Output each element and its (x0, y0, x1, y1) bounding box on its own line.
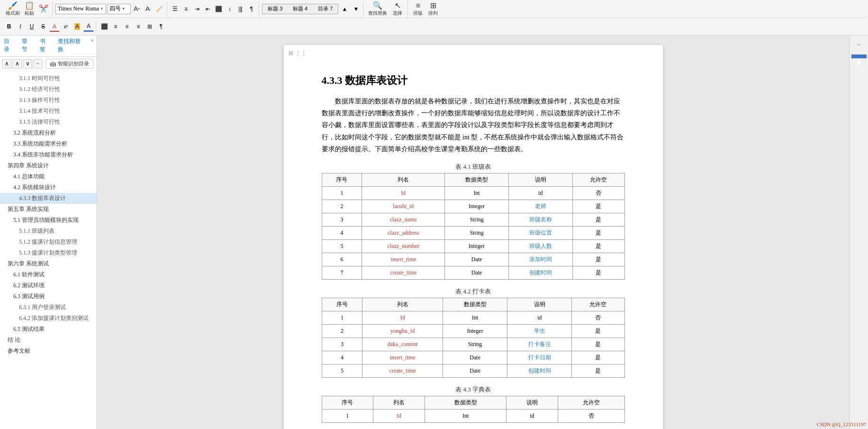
sidebar-tab-chapter[interactable]: 章节 (18, 36, 36, 56)
table-cell: insert_time (362, 351, 443, 364)
heading-selector: 标题 3 标题 4 目录 7 (262, 4, 339, 14)
toc-item[interactable]: 5.1.2 援课计划信息管理 (0, 237, 97, 247)
align-center-btn[interactable]: ≡ (110, 21, 121, 32)
find-replace-btn[interactable]: 🔍 查找替换 (366, 0, 389, 18)
table-cell: 创建时间 (507, 364, 572, 377)
toc-item[interactable]: 结 论 (0, 335, 97, 346)
sidebar-expand-btn[interactable]: ∧ (2, 59, 11, 69)
sidebar-prev-btn[interactable]: ∧ (12, 59, 22, 69)
layout-btn[interactable]: ≡ 排版 (411, 0, 425, 18)
select-btn[interactable]: ↖ 选择 (391, 0, 404, 18)
font-color-btn[interactable]: A (49, 21, 60, 32)
sidebar-next-btn[interactable]: ∨ (23, 59, 32, 69)
toc-item[interactable]: 6.5 测试结果 (0, 324, 97, 335)
table-insert-btn[interactable]: ⊞ (145, 21, 155, 32)
heading-scroll-up-btn[interactable]: ▲ (339, 4, 350, 14)
toc-item[interactable]: 第五章 系统实现 (0, 204, 97, 215)
list-bullet-btn[interactable]: ☰ (170, 4, 181, 14)
toc-item[interactable]: 3.2 系统流程分析 (0, 128, 97, 138)
sidebar-tab-toc[interactable]: 目录 (0, 36, 18, 56)
toc-item[interactable]: 4.3.3 数据库表设计 (0, 193, 97, 204)
toc-item[interactable]: 3.3 系统功能需求分析 (0, 138, 97, 149)
para-format-btn[interactable]: ¶ (246, 4, 257, 14)
right-panel: − 论文查重 (849, 36, 868, 429)
table-cell: 是 (572, 239, 624, 253)
list-number-btn[interactable]: ≡ (181, 4, 191, 14)
table-cell: clazz_name (362, 213, 445, 226)
toc-item[interactable]: 3.1.3 操作可行性 (0, 95, 97, 106)
sidebar-tab-bookmark[interactable]: 书签 (36, 36, 54, 56)
indent-decrease-btn[interactable]: ⇤ (203, 4, 213, 14)
right-panel-minimize-btn[interactable]: − (851, 37, 867, 53)
line-spacing-btn[interactable]: ↕ (225, 4, 235, 14)
table-row: 1IdIntid否 (322, 409, 624, 422)
table-header: 说明 (508, 173, 572, 186)
toc-item[interactable]: 3.1.2 经济可行性 (0, 84, 97, 95)
heading-scroll-down-btn[interactable]: ▼ (351, 4, 361, 14)
text-fill-btn[interactable]: A (83, 21, 94, 32)
toc-item[interactable]: 6.3.1 用户登录测试 (0, 302, 97, 313)
cut-btn[interactable]: ✂️ (37, 3, 50, 14)
paragraph-btn2[interactable]: ¶ (156, 21, 166, 32)
heading3-btn[interactable]: 标题 3 (262, 4, 288, 14)
toc7-btn[interactable]: 目录 7 (313, 4, 338, 14)
font-size-increase-btn[interactable]: A+ (132, 4, 142, 14)
highlight-color-btn[interactable]: A (72, 21, 82, 32)
justify-btn[interactable]: ≡ (133, 21, 144, 32)
table-header: 序号 (322, 173, 362, 186)
sidebar-collapse-btn[interactable]: − (33, 59, 43, 69)
italic-btn[interactable]: I (15, 21, 26, 32)
table-cell: Date (445, 266, 509, 279)
column-btn[interactable]: |‖ (235, 4, 246, 14)
align-right-btn[interactable]: ≡ (122, 21, 132, 32)
toc-item[interactable]: 6.4.2 添加援课计划类别测试 (0, 313, 97, 324)
toc-item[interactable]: 3.1.1 时间可行性 (0, 73, 97, 84)
underline-btn[interactable]: U (27, 21, 37, 32)
paste-btn[interactable]: 📋 粘贴 (23, 0, 36, 18)
table-cell: yonghu_id (362, 324, 443, 338)
toc-item[interactable]: 第四章 系统设计 (0, 160, 97, 171)
table-cell: clazz_number (362, 239, 445, 253)
toc-item[interactable]: 5.1.3 援课计划类型管理 (0, 247, 97, 258)
strikethrough-btn[interactable]: S (38, 21, 48, 32)
table-cell: 2 (322, 324, 362, 338)
table-header: 说明 (507, 298, 572, 311)
toc-item[interactable]: 第六章 系统测试 (0, 258, 97, 269)
clear-format-btn[interactable]: 🧹 (154, 4, 165, 14)
toc-item[interactable]: 5.1.1 班级列表 (0, 226, 97, 237)
format-brush-btn[interactable]: 🖌️ 格式刷 (4, 0, 22, 18)
indent-increase-btn[interactable]: ⇥ (192, 4, 202, 14)
toc-item[interactable]: 6.3 测试用例 (0, 291, 97, 302)
ai-toc-btn[interactable]: 🤖 智能识别目录 (45, 59, 93, 69)
font-size-select[interactable]: 四号 ▼ (107, 4, 131, 14)
toc-item[interactable]: 参考文献 (0, 346, 97, 356)
toc-item[interactable]: 5.1 管理员功能模块的实现 (0, 215, 97, 226)
table-cell: id (507, 311, 572, 324)
bold-btn[interactable]: B (4, 21, 14, 32)
sidebar-close-btn[interactable]: × (88, 36, 97, 56)
table-cell: 老师 (508, 200, 572, 213)
align-left-btn2[interactable]: ⬛ (99, 21, 109, 32)
heading4-btn[interactable]: 标题 4 (288, 4, 313, 14)
toc-item[interactable]: 6.2 测试环境 (0, 280, 97, 291)
toc-item[interactable]: 3.1.4 技术可行性 (0, 106, 97, 117)
sidebar-tab-findreplace[interactable]: 查找和替换 (54, 36, 88, 56)
toc-item[interactable]: 3.1.5 法律可行性 (0, 117, 97, 128)
toc-item[interactable]: 4.2 系统模块设计 (0, 182, 97, 193)
font-size-decrease-btn[interactable]: A- (143, 4, 154, 14)
arrange-btn[interactable]: ⊞ 排列 (426, 0, 440, 18)
toc-item[interactable]: 3.4 系统非功能需求分析 (0, 149, 97, 160)
sidebar: 目录 章节 书签 查找和替换 × ∧ ∧ ∨ − 🤖 智能识别目录 3.1.1 … (0, 36, 97, 429)
essay-check-btn[interactable]: 论文查重 (851, 55, 867, 58)
font-group: Times New Roma ▼ 四号 ▼ A+ A- 🧹 (54, 1, 167, 17)
align-left-btn[interactable]: ⬛ (214, 4, 224, 14)
tools-group: 🔍 查找替换 ↖ 选择 ≡ 排版 ⊞ 排列 (364, 1, 442, 17)
toc-item[interactable]: 4.1 总体功能 (0, 171, 97, 182)
table-cell: 创建时间 (508, 266, 572, 279)
toolbar: 🖌️ 格式刷 📋 粘贴 ✂️ Times New Roma ▼ 四号 ▼ (0, 0, 868, 36)
table-row: 6insert_timeDate添加时间是 (322, 253, 624, 266)
table-cell: laoshi_id (362, 200, 445, 213)
superscript-btn[interactable]: x² (61, 21, 71, 32)
toc-item[interactable]: 6.1 软件测试 (0, 269, 97, 280)
font-name-select[interactable]: Times New Roma ▼ (55, 4, 106, 14)
